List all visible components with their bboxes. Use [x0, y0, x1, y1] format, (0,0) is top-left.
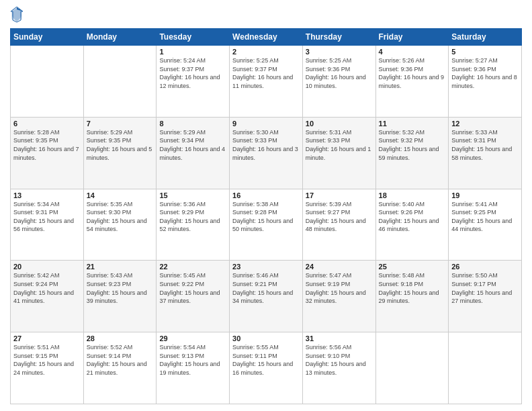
calendar-cell: 13Sunrise: 5:34 AM Sunset: 9:31 PM Dayli…: [11, 189, 84, 261]
calendar-week: 1Sunrise: 5:24 AM Sunset: 9:37 PM Daylig…: [11, 46, 522, 118]
day-number: 3: [306, 48, 373, 56]
day-info: Sunrise: 5:56 AM Sunset: 9:10 PM Dayligh…: [306, 343, 373, 377]
weekday-header: Saturday: [449, 29, 522, 46]
day-number: 30: [232, 334, 300, 342]
calendar-cell: 27Sunrise: 5:51 AM Sunset: 9:15 PM Dayli…: [11, 332, 84, 404]
day-number: 24: [306, 263, 373, 271]
weekday-header: Monday: [83, 29, 157, 46]
day-number: 5: [451, 48, 519, 56]
day-number: 22: [159, 263, 226, 271]
calendar-cell: 2Sunrise: 5:25 AM Sunset: 9:37 PM Daylig…: [230, 46, 303, 118]
day-info: Sunrise: 5:27 AM Sunset: 9:36 PM Dayligh…: [451, 56, 519, 90]
calendar-cell: 26Sunrise: 5:50 AM Sunset: 9:17 PM Dayli…: [449, 261, 522, 332]
day-number: 10: [306, 120, 373, 128]
day-number: 12: [451, 120, 519, 128]
calendar-week: 27Sunrise: 5:51 AM Sunset: 9:15 PM Dayli…: [11, 332, 522, 404]
calendar-cell: [11, 46, 84, 118]
calendar-cell: 8Sunrise: 5:29 AM Sunset: 9:34 PM Daylig…: [157, 117, 230, 189]
day-number: 9: [232, 120, 300, 128]
day-number: 17: [306, 191, 373, 199]
day-info: Sunrise: 5:30 AM Sunset: 9:33 PM Dayligh…: [232, 128, 300, 162]
calendar-cell: 25Sunrise: 5:48 AM Sunset: 9:18 PM Dayli…: [375, 261, 449, 332]
day-info: Sunrise: 5:45 AM Sunset: 9:22 PM Dayligh…: [159, 271, 226, 305]
day-number: 4: [379, 48, 446, 56]
day-info: Sunrise: 5:31 AM Sunset: 9:33 PM Dayligh…: [306, 128, 373, 162]
day-number: 26: [451, 263, 519, 271]
calendar-page: SundayMondayTuesdayWednesdayThursdayFrid…: [0, 0, 532, 411]
day-info: Sunrise: 5:29 AM Sunset: 9:34 PM Dayligh…: [159, 128, 226, 162]
day-info: Sunrise: 5:55 AM Sunset: 9:11 PM Dayligh…: [232, 343, 300, 377]
weekday-header: Tuesday: [157, 29, 230, 46]
day-number: 13: [13, 191, 81, 199]
calendar-cell: 16Sunrise: 5:38 AM Sunset: 9:28 PM Dayli…: [230, 189, 303, 261]
day-info: Sunrise: 5:33 AM Sunset: 9:31 PM Dayligh…: [451, 128, 519, 162]
day-number: 16: [232, 191, 300, 199]
day-number: 1: [159, 48, 226, 56]
calendar-cell: 20Sunrise: 5:42 AM Sunset: 9:24 PM Dayli…: [11, 261, 84, 332]
weekday-row: SundayMondayTuesdayWednesdayThursdayFrid…: [11, 29, 522, 46]
day-number: 25: [379, 263, 446, 271]
day-info: Sunrise: 5:43 AM Sunset: 9:23 PM Dayligh…: [87, 271, 154, 305]
calendar-cell: 21Sunrise: 5:43 AM Sunset: 9:23 PM Dayli…: [83, 261, 157, 332]
day-info: Sunrise: 5:28 AM Sunset: 9:35 PM Dayligh…: [13, 128, 81, 162]
day-number: 6: [13, 120, 81, 128]
weekday-header: Friday: [375, 29, 449, 46]
calendar-cell: 29Sunrise: 5:54 AM Sunset: 9:13 PM Dayli…: [157, 332, 230, 404]
calendar-cell: 17Sunrise: 5:39 AM Sunset: 9:27 PM Dayli…: [302, 189, 375, 261]
calendar-cell: 14Sunrise: 5:35 AM Sunset: 9:30 PM Dayli…: [83, 189, 157, 261]
day-info: Sunrise: 5:46 AM Sunset: 9:21 PM Dayligh…: [232, 271, 300, 305]
day-number: 31: [306, 334, 373, 342]
day-number: 11: [379, 120, 446, 128]
day-info: Sunrise: 5:38 AM Sunset: 9:28 PM Dayligh…: [232, 200, 300, 234]
day-info: Sunrise: 5:51 AM Sunset: 9:15 PM Dayligh…: [13, 343, 81, 377]
calendar-cell: 10Sunrise: 5:31 AM Sunset: 9:33 PM Dayli…: [302, 117, 375, 189]
calendar-week: 13Sunrise: 5:34 AM Sunset: 9:31 PM Dayli…: [11, 189, 522, 261]
day-number: 28: [87, 334, 154, 342]
calendar-cell: 7Sunrise: 5:29 AM Sunset: 9:35 PM Daylig…: [83, 117, 157, 189]
day-number: 14: [87, 191, 154, 199]
day-info: Sunrise: 5:25 AM Sunset: 9:36 PM Dayligh…: [306, 56, 373, 90]
calendar-cell: 12Sunrise: 5:33 AM Sunset: 9:31 PM Dayli…: [449, 117, 522, 189]
day-info: Sunrise: 5:48 AM Sunset: 9:18 PM Dayligh…: [379, 271, 446, 305]
calendar-cell: 30Sunrise: 5:55 AM Sunset: 9:11 PM Dayli…: [230, 332, 303, 404]
day-info: Sunrise: 5:54 AM Sunset: 9:13 PM Dayligh…: [159, 343, 226, 377]
calendar-cell: 4Sunrise: 5:26 AM Sunset: 9:36 PM Daylig…: [375, 46, 449, 118]
day-info: Sunrise: 5:25 AM Sunset: 9:37 PM Dayligh…: [232, 56, 300, 90]
calendar-body: 1Sunrise: 5:24 AM Sunset: 9:37 PM Daylig…: [11, 46, 522, 404]
day-info: Sunrise: 5:29 AM Sunset: 9:35 PM Dayligh…: [87, 128, 154, 162]
day-info: Sunrise: 5:50 AM Sunset: 9:17 PM Dayligh…: [451, 271, 519, 305]
logo: [10, 7, 26, 23]
calendar-cell: 18Sunrise: 5:40 AM Sunset: 9:26 PM Dayli…: [375, 189, 449, 261]
day-number: 15: [159, 191, 226, 199]
day-number: 19: [451, 191, 519, 199]
header: [10, 7, 522, 23]
calendar-cell: 28Sunrise: 5:52 AM Sunset: 9:14 PM Dayli…: [83, 332, 157, 404]
day-info: Sunrise: 5:42 AM Sunset: 9:24 PM Dayligh…: [13, 271, 81, 305]
calendar-cell: [375, 332, 449, 404]
day-number: 2: [232, 48, 300, 56]
day-info: Sunrise: 5:40 AM Sunset: 9:26 PM Dayligh…: [379, 200, 446, 234]
day-number: 18: [379, 191, 446, 199]
calendar-table: SundayMondayTuesdayWednesdayThursdayFrid…: [10, 28, 522, 404]
day-number: 7: [87, 120, 154, 128]
day-number: 21: [87, 263, 154, 271]
calendar-cell: [83, 46, 157, 118]
weekday-header: Thursday: [302, 29, 375, 46]
calendar-cell: 9Sunrise: 5:30 AM Sunset: 9:33 PM Daylig…: [230, 117, 303, 189]
calendar-header: SundayMondayTuesdayWednesdayThursdayFrid…: [11, 29, 522, 46]
day-info: Sunrise: 5:35 AM Sunset: 9:30 PM Dayligh…: [87, 200, 154, 234]
day-info: Sunrise: 5:32 AM Sunset: 9:32 PM Dayligh…: [379, 128, 446, 162]
calendar-cell: 11Sunrise: 5:32 AM Sunset: 9:32 PM Dayli…: [375, 117, 449, 189]
day-number: 23: [232, 263, 300, 271]
calendar-cell: 31Sunrise: 5:56 AM Sunset: 9:10 PM Dayli…: [302, 332, 375, 404]
calendar-cell: 6Sunrise: 5:28 AM Sunset: 9:35 PM Daylig…: [11, 117, 84, 189]
day-info: Sunrise: 5:47 AM Sunset: 9:19 PM Dayligh…: [306, 271, 373, 305]
day-number: 29: [159, 334, 226, 342]
day-info: Sunrise: 5:36 AM Sunset: 9:29 PM Dayligh…: [159, 200, 226, 234]
weekday-header: Wednesday: [230, 29, 303, 46]
day-info: Sunrise: 5:24 AM Sunset: 9:37 PM Dayligh…: [159, 56, 226, 90]
calendar-cell: 22Sunrise: 5:45 AM Sunset: 9:22 PM Dayli…: [157, 261, 230, 332]
day-number: 27: [13, 334, 81, 342]
day-info: Sunrise: 5:52 AM Sunset: 9:14 PM Dayligh…: [87, 343, 154, 377]
calendar-cell: 19Sunrise: 5:41 AM Sunset: 9:25 PM Dayli…: [449, 189, 522, 261]
